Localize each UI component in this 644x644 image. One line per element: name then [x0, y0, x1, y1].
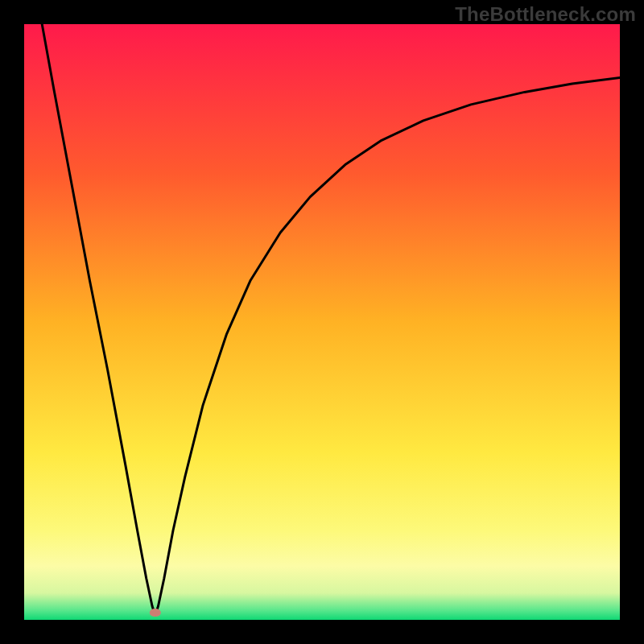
chart-marker	[150, 609, 161, 617]
chart-background	[24, 24, 620, 620]
chart-frame: TheBottleneck.com	[0, 0, 644, 644]
chart-plot	[24, 24, 620, 620]
watermark-text: TheBottleneck.com	[455, 3, 636, 26]
